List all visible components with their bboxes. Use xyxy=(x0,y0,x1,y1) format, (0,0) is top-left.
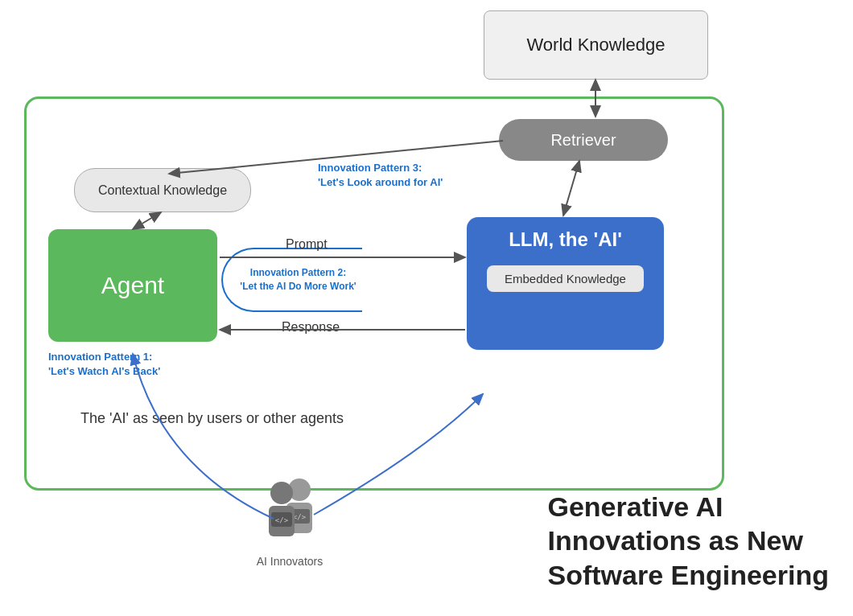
prompt-label: Prompt xyxy=(286,237,328,252)
response-label: Response xyxy=(282,320,340,335)
ai-innovators-figure: </> </> xyxy=(249,475,330,552)
ai-innovators-label: AI Innovators xyxy=(257,555,323,568)
title-text: Generative AI Innovations as New Softwar… xyxy=(548,490,830,593)
retriever-label: Retriever xyxy=(550,131,616,150)
agent-label: Agent xyxy=(101,272,164,299)
ai-innovators-group: </> </> AI Innovators xyxy=(249,475,330,568)
llm-title: LLM, the 'AI' xyxy=(509,228,622,251)
innovation-2-box: Innovation Pattern 2:'Let the AI Do More… xyxy=(221,248,362,312)
diagram-container: World Knowledge Retriever Contextual Kno… xyxy=(0,0,853,616)
ai-seen-text: The 'AI' as seen by users or other agent… xyxy=(80,410,344,427)
innovation-1-text: Innovation Pattern 1:'Let's Watch AI's B… xyxy=(48,350,160,379)
llm-box: LLM, the 'AI' Embedded Knowledge xyxy=(467,217,664,350)
contextual-knowledge-box: Contextual Knowledge xyxy=(74,168,251,212)
contextual-knowledge-label: Contextual Knowledge xyxy=(98,183,227,198)
embedded-knowledge-box: Embedded Knowledge xyxy=(487,265,644,292)
retriever-box: Retriever xyxy=(499,119,668,161)
innovation-3-text: Innovation Pattern 3:'Let's Look around … xyxy=(318,161,443,190)
world-knowledge-label: World Knowledge xyxy=(526,35,665,55)
embedded-knowledge-label: Embedded Knowledge xyxy=(505,272,626,285)
svg-text:</>: </> xyxy=(275,516,289,524)
innovation-2-text: Innovation Pattern 2:'Let the AI Do More… xyxy=(240,266,356,294)
agent-box: Agent xyxy=(48,229,217,342)
svg-text:</>: </> xyxy=(293,513,307,521)
world-knowledge-box: World Knowledge xyxy=(484,10,708,80)
svg-point-4 xyxy=(270,482,293,504)
